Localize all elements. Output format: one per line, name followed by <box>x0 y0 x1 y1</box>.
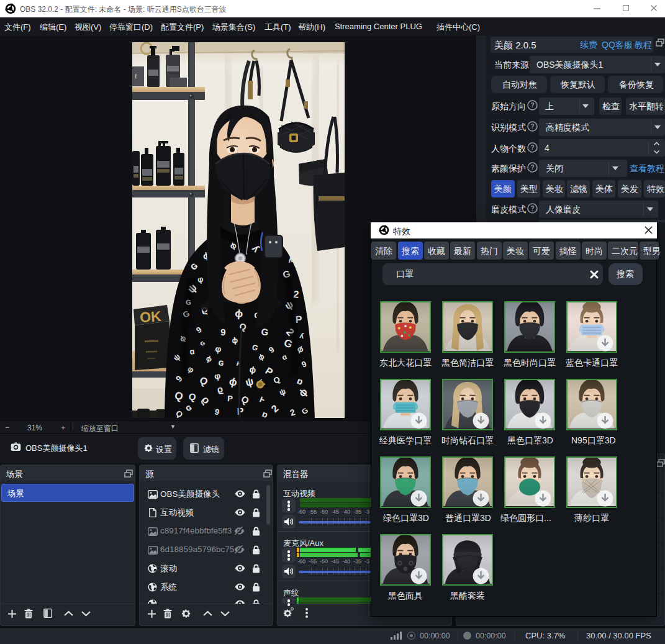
svg-text:?: ? <box>530 164 534 171</box>
svg-text:?: ? <box>530 102 534 109</box>
svg-text:P: P <box>227 394 233 403</box>
svg-text:φ: φ <box>215 343 222 354</box>
svg-text:?: ? <box>530 123 534 130</box>
svg-text:9: 9 <box>220 327 226 337</box>
svg-text:G: G <box>261 326 269 337</box>
svg-text:ϕ: ϕ <box>235 307 244 320</box>
svg-text:?: ? <box>530 205 534 212</box>
svg-text:?: ? <box>530 144 534 151</box>
svg-text:OK: OK <box>139 308 162 325</box>
